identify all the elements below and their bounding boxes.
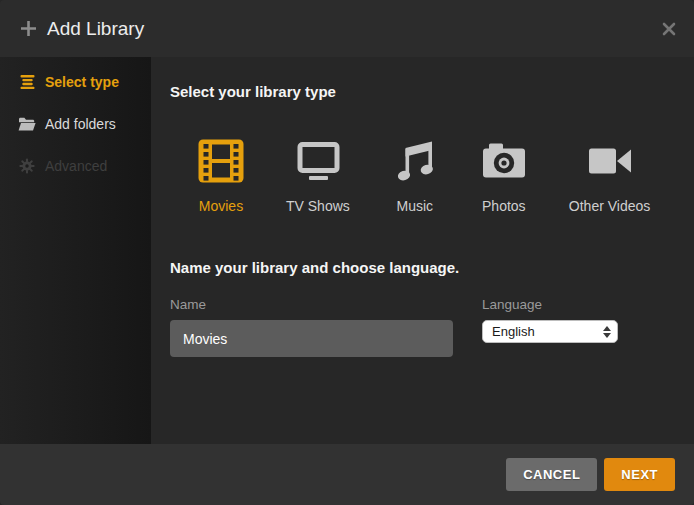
main-panel: Select your library type [151, 57, 694, 444]
music-note-icon [391, 137, 439, 185]
camera-icon [480, 137, 528, 185]
film-icon [197, 137, 245, 185]
add-library-dialog: Add Library Select type [0, 0, 694, 505]
camcorder-icon [586, 137, 634, 185]
library-type-label: TV Shows [286, 198, 350, 214]
sidebar-item-advanced: Advanced [0, 145, 151, 187]
cancel-button[interactable]: CANCEL [506, 458, 597, 491]
footer-bar: CANCEL NEXT [0, 444, 694, 505]
sidebar: Select type Add folders [0, 57, 151, 444]
sidebar-item-label: Advanced [45, 158, 107, 174]
close-icon [662, 22, 676, 36]
name-input[interactable] [170, 320, 453, 357]
sidebar-item-add-folders[interactable]: Add folders [0, 103, 151, 145]
dialog-title: Add Library [47, 18, 144, 40]
library-type-music[interactable]: Music [391, 137, 439, 214]
sidebar-item-label: Add folders [45, 116, 116, 132]
section-title-select-type: Select your library type [170, 57, 694, 100]
gear-icon [18, 158, 36, 174]
library-type-label: Photos [482, 198, 526, 214]
library-type-movies[interactable]: Movies [197, 137, 245, 214]
plus-icon [20, 20, 37, 37]
language-field-label: Language [482, 297, 618, 312]
library-type-label: Movies [199, 198, 243, 214]
language-select-value: English [492, 324, 535, 339]
name-field-label: Name [170, 297, 453, 312]
section-title-name-language: Name your library and choose language. [170, 259, 694, 276]
library-type-other-videos[interactable]: Other Videos [569, 137, 650, 214]
next-button[interactable]: NEXT [604, 458, 675, 491]
language-field-group: Language English [482, 297, 618, 357]
library-type-tv-shows[interactable]: TV Shows [286, 137, 350, 214]
close-button[interactable] [660, 20, 678, 38]
sidebar-item-label: Select type [45, 74, 119, 90]
library-type-photos[interactable]: Photos [480, 137, 528, 214]
dialog-header: Add Library [0, 0, 694, 57]
fields-row: Name Language English [170, 297, 694, 357]
sidebar-item-select-type[interactable]: Select type [0, 61, 151, 103]
library-type-label: Music [397, 198, 434, 214]
tv-icon [294, 137, 342, 185]
folder-icon [18, 117, 36, 131]
library-type-label: Other Videos [569, 198, 650, 214]
name-field-group: Name [170, 297, 453, 357]
language-select[interactable]: English [482, 320, 618, 343]
library-type-list: Movies TV Shows [197, 137, 694, 214]
select-arrows-icon [603, 326, 611, 338]
type-lines-icon [18, 75, 36, 89]
